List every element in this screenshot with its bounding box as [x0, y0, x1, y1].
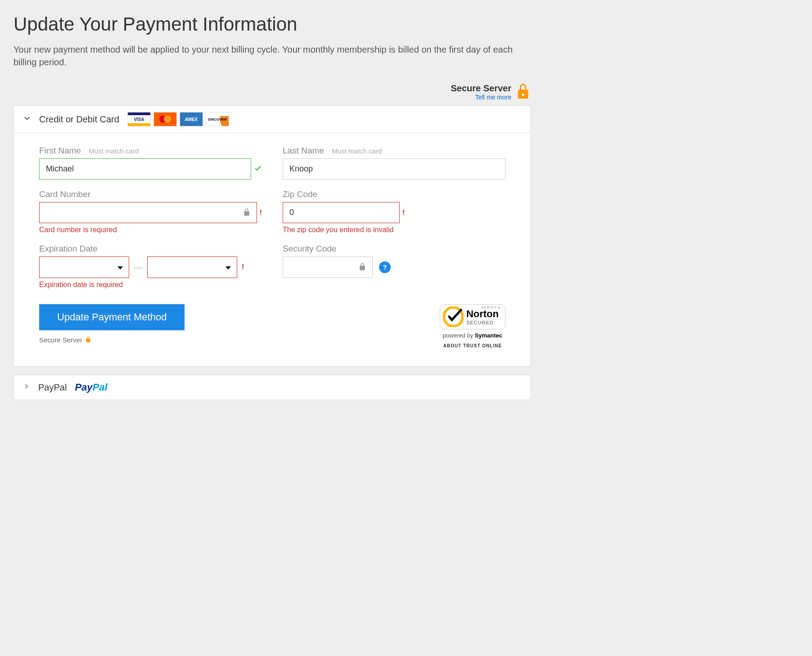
update-payment-button[interactable]: Update Payment Method — [39, 304, 185, 330]
norton-badge[interactable]: VERIFY ▸ Norton SECURED powered by Syman… — [440, 304, 505, 348]
security-code-input[interactable] — [283, 256, 373, 278]
norton-about-link[interactable]: ABOUT TRUST ONLINE — [443, 343, 502, 348]
first-name-input[interactable] — [39, 158, 251, 180]
card-panel-title: Credit or Debit Card — [39, 114, 119, 125]
first-name-label: First Name Must match card — [39, 146, 262, 156]
tell-me-more-link[interactable]: Tell me more — [475, 94, 511, 101]
card-number-input[interactable] — [39, 202, 257, 223]
card-number-label: Card Number — [39, 189, 262, 199]
last-name-label: Last Name Must match card — [283, 146, 505, 156]
paypal-panel-title: PayPal — [38, 382, 67, 393]
expiration-year-select[interactable] — [147, 256, 237, 278]
security-code-label: Security Code — [283, 244, 505, 254]
check-icon — [254, 164, 262, 174]
discover-logo-icon: DISCOVER — [206, 112, 229, 126]
paypal-panel: PayPal PayPal — [14, 375, 531, 400]
page-subtitle: Your new payment method will be applied … — [14, 43, 531, 68]
last-name-hint: Must match card — [332, 147, 382, 155]
paypal-logo-icon: PayPal — [75, 382, 107, 393]
expiration-month-select[interactable] — [39, 256, 129, 278]
card-panel: Credit or Debit Card VISA AMEX DISCOVER … — [14, 105, 531, 367]
norton-secured: SECURED — [466, 320, 499, 325]
page-title: Update Your Payment Information — [14, 13, 531, 35]
secure-server-footer: Secure Server — [39, 336, 185, 344]
expiration-separator: — — [134, 262, 143, 273]
zip-input[interactable] — [283, 202, 400, 223]
last-name-input[interactable] — [283, 158, 505, 180]
card-number-error: Card number is required — [39, 226, 262, 234]
svg-point-1 — [164, 116, 171, 123]
norton-name: Norton — [466, 308, 499, 319]
zip-label: Zip Code — [283, 189, 505, 199]
norton-check-icon — [443, 306, 464, 327]
error-icon: ! — [260, 209, 262, 217]
lock-icon — [85, 336, 91, 344]
amex-logo-icon: AMEX — [180, 112, 203, 126]
norton-verify-text: VERIFY ▸ — [481, 306, 501, 310]
help-icon[interactable]: ? — [379, 261, 391, 273]
card-logos: VISA AMEX DISCOVER — [127, 112, 229, 126]
lock-icon — [515, 82, 531, 102]
chevron-down-icon — [23, 114, 31, 124]
secure-server-label: Secure Server — [451, 83, 511, 94]
card-panel-header[interactable]: Credit or Debit Card VISA AMEX DISCOVER — [14, 106, 531, 133]
visa-logo-icon: VISA — [127, 112, 151, 126]
error-icon: ! — [402, 209, 405, 217]
expiration-label: Expiration Date — [39, 244, 262, 254]
secure-server-header: Secure Server Tell me more — [14, 82, 531, 102]
first-name-hint: Must match card — [89, 147, 139, 155]
zip-error: The zip code you entered is invalid — [283, 226, 505, 234]
expiration-error: Expiration date is required — [39, 281, 262, 289]
chevron-right-icon — [23, 382, 30, 392]
mastercard-logo-icon — [153, 112, 177, 126]
error-icon: ! — [242, 263, 244, 271]
paypal-panel-header[interactable]: PayPal PayPal — [14, 375, 531, 400]
norton-powered-by: powered by Symantec — [443, 332, 502, 339]
